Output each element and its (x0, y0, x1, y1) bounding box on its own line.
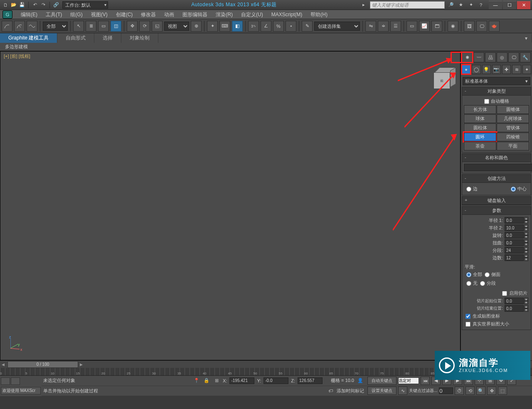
obj-cylinder[interactable]: 圆柱体 (464, 123, 496, 132)
key-mode-icon[interactable]: ∿ (398, 387, 407, 395)
ribbon-toggle-icon[interactable]: ▭ (406, 21, 417, 32)
current-frame-input[interactable] (439, 387, 453, 394)
angle-snap-icon[interactable]: ∠ (261, 21, 271, 32)
rectangular-region-icon[interactable]: ▭ (98, 21, 109, 32)
hierarchy-tab-icon[interactable]: 品 (485, 52, 496, 62)
tw-up[interactable]: ▲ (524, 239, 528, 243)
keyboard-shortcut-icon[interactable]: ⌨ (219, 21, 230, 32)
add-time-tag[interactable]: 添加时间标记 (337, 388, 364, 394)
named-selection-dropdown[interactable]: 创建选择集 (314, 22, 360, 31)
r2-dn[interactable]: ▼ (524, 228, 528, 231)
param-sides-input[interactable] (505, 254, 524, 261)
nav-5-icon[interactable]: ⟲ (466, 387, 475, 395)
spinner-snap-icon[interactable]: ⭑ (286, 21, 296, 32)
param-seg-input[interactable] (505, 247, 524, 254)
utilities-tab-icon[interactable]: 🔧 (520, 52, 531, 62)
workspace-selector[interactable]: 工作台: 默认 (62, 1, 108, 9)
select-scale-icon[interactable]: ◱ (152, 21, 163, 32)
select-object-icon[interactable]: ↖ (73, 21, 84, 32)
obj-tube[interactable]: 管状体 (497, 123, 529, 132)
helpers-subtab-icon[interactable]: ✚ (502, 65, 511, 74)
obj-pyramid[interactable]: 四棱锥 (497, 133, 529, 141)
curve-editor-icon[interactable]: 📈 (419, 21, 430, 32)
close-button[interactable]: ✕ (517, 1, 530, 9)
render-production-icon[interactable]: 🫖 (489, 21, 500, 32)
unlink-icon[interactable] (14, 21, 25, 32)
sd-up[interactable]: ▲ (524, 254, 528, 258)
snap-3d-icon[interactable]: 3∿ (248, 21, 259, 32)
ribbon-tab-selection[interactable]: 选择 (94, 33, 121, 43)
object-name-input[interactable] (464, 164, 532, 171)
sd-dn[interactable]: ▼ (524, 258, 528, 261)
slice-from-input[interactable] (505, 298, 524, 304)
obj-cone[interactable]: 圆锥体 (497, 105, 529, 114)
menu-edit[interactable]: 编辑(E) (17, 10, 42, 19)
subscription-icon[interactable]: ✦ (467, 1, 475, 9)
communication-center-icon[interactable]: 🔎 (447, 1, 455, 9)
select-move-icon[interactable]: ✥ (127, 21, 138, 32)
viewport-label[interactable]: [+] [前] [线框] (4, 53, 30, 59)
geometry-subtab-icon[interactable]: ● (462, 65, 470, 74)
menu-graph-editors[interactable]: 图形编辑器 (178, 10, 212, 19)
favorites-icon[interactable]: ★ (457, 1, 465, 9)
obj-box[interactable]: 长方体 (464, 105, 496, 114)
coord-x-input[interactable] (229, 377, 254, 384)
render-setup-icon[interactable]: 🖼 (464, 21, 475, 32)
goto-start-icon[interactable]: ⏮ (421, 377, 430, 385)
menu-rendering[interactable]: 渲染(R) (212, 10, 237, 19)
menu-help[interactable]: 帮助(H) (306, 10, 332, 19)
nav-8-icon[interactable]: ⬚ (498, 387, 507, 395)
bind-spacewarp-icon[interactable] (27, 21, 37, 32)
lights-subtab-icon[interactable]: 💡 (482, 65, 491, 74)
spacewarps-subtab-icon[interactable]: ≋ (512, 65, 521, 74)
undo-icon[interactable]: ↶ (31, 1, 39, 9)
selset-dropdown[interactable] (398, 377, 419, 384)
lock-selection-icon[interactable]: 📍 (193, 377, 200, 384)
shapes-subtab-icon[interactable]: ◯ (472, 65, 480, 74)
motion-tab-icon[interactable]: ◎ (497, 52, 507, 62)
minimize-button[interactable]: — (489, 1, 502, 9)
save-file-icon[interactable]: 💾 (18, 1, 26, 9)
setkey-button[interactable]: 设置关键点 (367, 387, 397, 395)
pivot-center-icon[interactable]: ⊕ (191, 21, 202, 32)
rollout-keyboard-entry-title[interactable]: 键盘输入 (488, 198, 506, 203)
menu-tools[interactable]: 工具(T) (42, 10, 66, 19)
menu-modifiers[interactable]: 修改器 (137, 10, 160, 19)
menu-group[interactable]: 组(G) (66, 10, 86, 19)
r2-up[interactable]: ▲ (524, 224, 528, 228)
modify-tab-icon[interactable]: 〰 (473, 52, 484, 62)
obj-teapot[interactable]: 茶壶 (464, 142, 496, 150)
display-tab-icon[interactable]: 🖵 (508, 52, 519, 62)
param-twist-input[interactable] (505, 239, 524, 246)
cm-center-radio[interactable]: 中心 (511, 186, 527, 192)
snap-toggle-icon[interactable]: ◧ (232, 21, 243, 32)
autokey-button[interactable]: 自动关键点 (367, 377, 397, 385)
select-rotate-icon[interactable]: ⟳ (139, 21, 150, 32)
menu-maxscript[interactable]: MAXScript(M) (267, 10, 307, 19)
selection-lock-icon[interactable]: 🔒 (203, 377, 210, 384)
menu-animation[interactable]: 动画 (160, 10, 178, 19)
new-file-icon[interactable]: 🗋 (2, 1, 9, 9)
coord-system-dropdown[interactable]: 视图 (164, 22, 189, 31)
adaptive-degradation-icon[interactable]: 👤 (357, 377, 364, 384)
systems-subtab-icon[interactable]: ✦ (522, 65, 531, 74)
rot-up[interactable]: ▲ (524, 232, 528, 235)
maximize-button[interactable]: ☐ (503, 1, 516, 9)
select-by-name-icon[interactable]: ≣ (86, 21, 96, 32)
gen-map-checkbox[interactable] (466, 314, 470, 319)
open-file-icon[interactable]: 📂 (10, 1, 17, 9)
select-manipulate-icon[interactable]: ✦ (207, 21, 218, 32)
seg-up[interactable]: ▲ (524, 247, 528, 250)
link-icon[interactable]: 🔗 (52, 1, 60, 9)
param-r1-input[interactable] (505, 217, 524, 224)
application-menu-icon[interactable]: G (2, 10, 12, 19)
param-rot-input[interactable] (505, 232, 524, 239)
mirror-icon[interactable]: ⇋ (365, 21, 376, 32)
align-icon[interactable]: ≑ (378, 21, 389, 32)
smooth-none-radio[interactable]: 无 (466, 280, 478, 286)
nav-6-icon[interactable]: 🔍 (476, 387, 485, 395)
category-dropdown[interactable]: 标准基本体 (463, 77, 530, 85)
seg-dn[interactable]: ▼ (524, 250, 528, 254)
redo-icon[interactable]: ↷ (39, 1, 47, 9)
param-r2-input[interactable] (505, 224, 524, 231)
